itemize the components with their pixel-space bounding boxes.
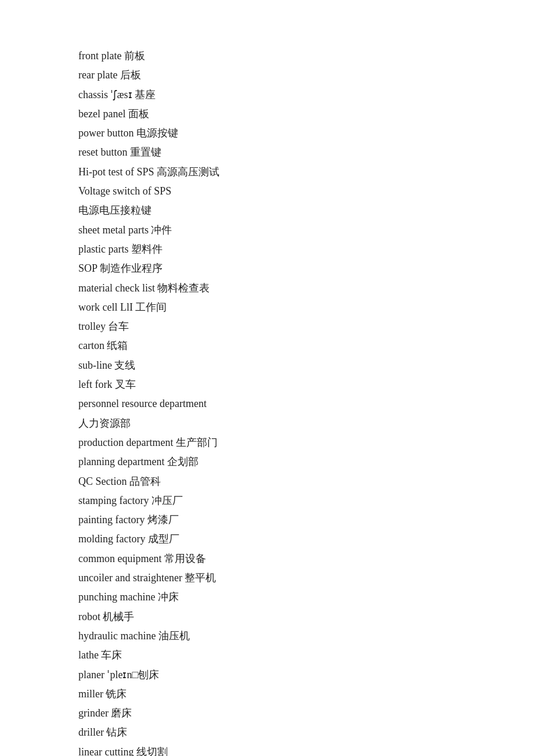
list-item: QC Section 品管科 [78,472,456,491]
list-item: common equipment 常用设备 [78,549,456,568]
list-item: planning department 企划部 [78,452,456,471]
list-item: front plate 前板 [78,46,456,66]
list-item: material check list 物料检查表 [78,279,456,298]
list-item: power button 电源按键 [78,124,456,143]
list-item: miller 铣床 [78,685,456,704]
list-item: plastic parts 塑料件 [78,240,456,259]
list-item: rear plate 后板 [78,66,456,85]
list-item: driller 钻床 [78,723,456,742]
list-item: stamping factory 冲压厂 [78,491,456,510]
list-item: Hi-pot test of SPS 高源高压测试 [78,163,456,182]
list-item: bezel panel 面板 [78,105,456,124]
list-item: robot 机械手 [78,607,456,627]
list-item: trolley 台车 [78,317,456,336]
list-item: grinder 磨床 [78,704,456,723]
list-item: hydraulic machine 油压机 [78,627,456,646]
list-item: painting factory 烤漆厂 [78,510,456,530]
list-item: chassis ˈʃæsɪ 基座 [78,85,456,105]
list-item: work cell LlI 工作间 [78,298,456,317]
list-item: sheet metal parts 冲件 [78,221,456,240]
list-item: punching machine 冲床 [78,588,456,607]
list-item: left fork 叉车 [78,375,456,394]
list-item: 人力资源部 [78,414,456,433]
list-item: sub-line 支线 [78,356,456,375]
list-item: lathe 车床 [78,646,456,665]
list-item: linear cutting 线切割 [78,743,456,756]
list-item: planer ˈpleɪn□刨床 [78,665,456,685]
list-item: SOP 制造作业程序 [78,259,456,278]
list-item: Voltage switch of SPS [78,182,456,201]
vocabulary-list: front plate 前板 rear plate 后板 chassis ˈʃæ… [78,46,456,756]
list-item: production department 生产部门 [78,433,456,452]
list-item: 电源电压接粒键 [78,201,456,220]
list-item: carton 纸箱 [78,336,456,355]
list-item: molding factory 成型厂 [78,530,456,549]
list-item: personnel resource department [78,394,456,413]
list-item: uncoiler and straightener 整平机 [78,568,456,588]
list-item: reset button 重置键 [78,143,456,162]
